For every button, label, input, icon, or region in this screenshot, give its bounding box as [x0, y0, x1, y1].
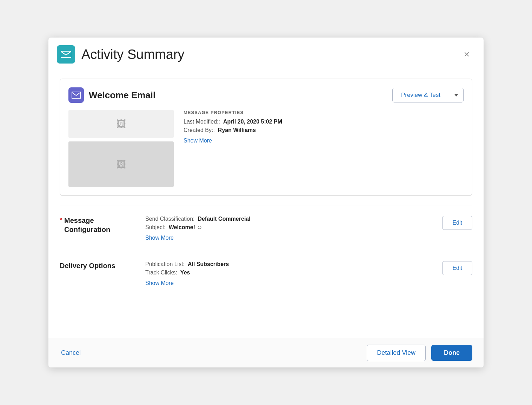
chevron-down-icon — [454, 94, 458, 97]
message-configuration-label: * MessageConfiguration — [60, 216, 137, 234]
close-button[interactable]: × — [461, 48, 472, 61]
preview-dropdown-button[interactable] — [449, 88, 463, 102]
created-by-value: Ryan Williams — [218, 127, 256, 133]
show-more-properties-button[interactable]: Show More — [184, 138, 212, 144]
created-by-row: Created By:: Ryan Williams — [184, 127, 464, 133]
footer-right: Detailed View Done — [367, 345, 472, 361]
page-title: Activity Summary — [81, 47, 184, 62]
modal-header: Activity Summary × — [48, 38, 484, 70]
subject-row: Subject: Welcome! ☺ — [145, 224, 434, 231]
message-configuration-content: Send Classification: Default Commercial … — [145, 216, 434, 241]
send-classification-label: Send Classification: — [145, 216, 195, 222]
subject-value: Welcome! ☺ — [169, 224, 202, 230]
delivery-options-section: Delivery Options Publication List: All S… — [60, 251, 472, 296]
message-configuration-edit-button[interactable]: Edit — [442, 216, 472, 230]
preview-test-button[interactable]: Preview & Test — [393, 88, 449, 102]
done-button[interactable]: Done — [431, 345, 472, 361]
thumbnail-bottom: 🖼 — [68, 141, 174, 187]
email-card: Welcome Email Preview & Test 🖼 🖼 — [60, 79, 472, 196]
image-placeholder-icon: 🖼 — [116, 118, 126, 130]
show-more-message-config-button[interactable]: Show More — [145, 235, 174, 241]
svg-rect-0 — [61, 51, 71, 58]
last-modified-row: Last Modified:: April 20, 2020 5:02 PM — [184, 119, 464, 125]
preview-test-button-group: Preview & Test — [392, 88, 464, 102]
thumbnail-top: 🖼 — [68, 110, 174, 138]
email-name: Welcome Email — [89, 90, 155, 101]
send-classification-row: Send Classification: Default Commercial — [145, 216, 434, 222]
header-left: Activity Summary — [57, 45, 184, 64]
cancel-button[interactable]: Cancel — [60, 346, 82, 359]
send-classification-value: Default Commercial — [198, 216, 250, 222]
modal-footer: Cancel Detailed View Done — [48, 338, 484, 367]
activity-summary-modal: Activity Summary × Welcome Email — [48, 38, 484, 367]
last-modified-value: April 20, 2020 5:02 PM — [223, 119, 282, 125]
modal-body: Welcome Email Preview & Test 🖼 🖼 — [48, 70, 484, 338]
email-purple-icon — [68, 87, 84, 103]
last-modified-label: Last Modified:: — [184, 119, 220, 125]
email-thumbnail: 🖼 🖼 — [68, 110, 174, 187]
track-clicks-row: Track Clicks: Yes — [145, 270, 434, 276]
message-configuration-section: * MessageConfiguration Send Classificati… — [60, 206, 472, 251]
detailed-view-button[interactable]: Detailed View — [367, 345, 426, 361]
required-indicator: * — [60, 217, 62, 224]
show-more-delivery-options-button[interactable]: Show More — [145, 280, 174, 286]
track-clicks-label: Track Clicks: — [145, 270, 177, 275]
subject-label: Subject: — [145, 224, 166, 230]
delivery-options-edit-button[interactable]: Edit — [442, 261, 472, 275]
publication-list-label: Publication List: — [145, 261, 185, 267]
email-title-left: Welcome Email — [68, 87, 155, 103]
delivery-options-content: Publication List: All Subscribers Track … — [145, 261, 434, 286]
track-clicks-value: Yes — [180, 270, 190, 275]
created-by-label: Created By:: — [184, 127, 215, 133]
publication-list-value: All Subscribers — [188, 261, 229, 267]
delivery-options-label: Delivery Options — [60, 261, 137, 270]
properties-section-title: MESSAGE PROPERTIES — [184, 110, 464, 115]
section-name-delivery: Delivery Options — [60, 261, 115, 270]
email-card-content: 🖼 🖼 MESSAGE PROPERTIES Last Modified:: A… — [68, 110, 464, 187]
section-name-message-config: MessageConfiguration — [64, 216, 110, 234]
email-card-header: Welcome Email Preview & Test — [68, 87, 464, 103]
image-placeholder-icon-2: 🖼 — [116, 159, 126, 170]
message-properties: MESSAGE PROPERTIES Last Modified:: April… — [184, 110, 464, 187]
header-envelope-icon — [57, 45, 75, 64]
publication-list-row: Publication List: All Subscribers — [145, 261, 434, 267]
